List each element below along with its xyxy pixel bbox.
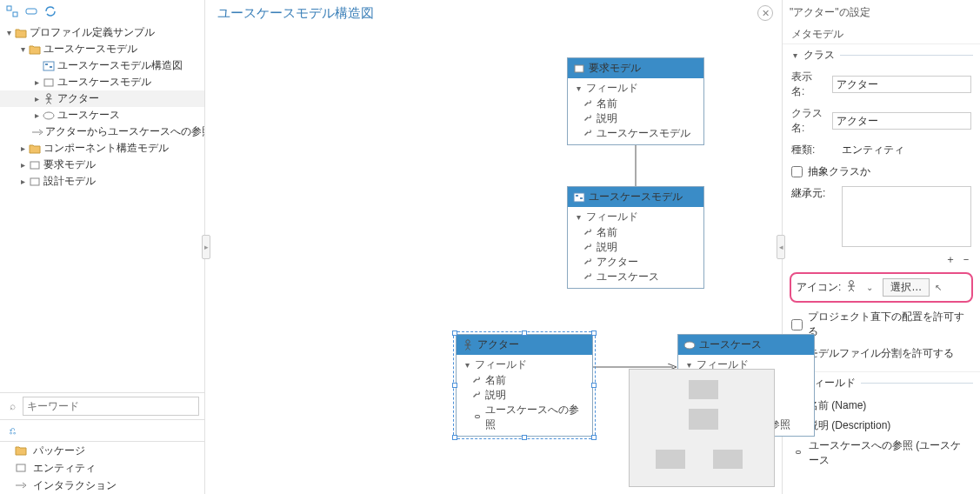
tree-item[interactable]: アクターからユースケースへの参照: [0, 124, 204, 140]
sidebar: ▾プロファイル定義サンプル▾ユースケースモデルユースケースモデル構造図▸ユースケ…: [0, 0, 205, 494]
actor-icon: [846, 280, 857, 295]
kind-value: エンティティ: [842, 143, 904, 157]
abstract-checkbox[interactable]: [791, 166, 803, 177]
inherit-label: 継承元:: [791, 186, 835, 247]
class-name-row: クラス名:: [783, 103, 980, 139]
allow-root-label: プロジェクト直下の配置を許可する: [808, 310, 971, 339]
tree-item[interactable]: ▸要求モデル: [0, 157, 204, 173]
diagram-canvas[interactable]: ユースケースモデル構造図 ✕ ▸ ◂ 要求モデル▾ フィールド名前説明ユースケー…: [205, 0, 782, 494]
svg-rect-22: [574, 193, 584, 202]
svg-line-29: [468, 347, 470, 350]
svg-point-30: [684, 342, 695, 349]
icon-select-button[interactable]: 選択…: [883, 278, 930, 297]
tree-item[interactable]: ▾プロファイル定義サンプル: [0, 24, 204, 41]
svg-rect-3: [43, 62, 54, 70]
entity-e3[interactable]: アクター▾ フィールド名前説明ユースケースへの参照: [456, 334, 593, 437]
svg-line-34: [849, 289, 851, 291]
svg-rect-6: [44, 79, 53, 86]
entity-e2[interactable]: ユースケースモデル▾ フィールド名前説明アクターユースケース: [567, 186, 704, 289]
svg-rect-14: [30, 162, 39, 169]
palette-item[interactable]: インタラクション: [0, 477, 204, 494]
svg-rect-23: [576, 195, 578, 197]
svg-point-12: [43, 112, 54, 119]
kind-label: 種類:: [791, 143, 835, 157]
icon-dropdown[interactable]: ⌄: [862, 283, 877, 292]
selection-handle[interactable]: [452, 383, 457, 388]
abstract-row[interactable]: 抽象クラスか: [783, 161, 980, 183]
remove-inherit-button[interactable]: －: [961, 252, 971, 267]
svg-line-10: [47, 101, 50, 103]
right-sash[interactable]: ◂: [777, 235, 785, 259]
svg-point-25: [466, 339, 470, 343]
property-field[interactable]: ユースケースへの参照 (ユースケース: [786, 436, 977, 471]
metamodel-label: メタモデル: [783, 25, 980, 43]
tree-item[interactable]: ▸コンポーネント構造モデル: [0, 140, 204, 157]
tree-item[interactable]: ▾ユースケースモデル: [0, 41, 204, 57]
model-tree[interactable]: ▾プロファイル定義サンプル▾ユースケースモデルユースケースモデル構造図▸ユースケ…: [0, 23, 204, 392]
svg-rect-15: [30, 178, 39, 185]
display-name-label: 表示名:: [791, 70, 825, 99]
filter-row: ⌕: [0, 392, 204, 419]
link-icon[interactable]: [24, 4, 38, 18]
left-sash[interactable]: ▸: [202, 235, 210, 259]
class-name-input[interactable]: [832, 112, 971, 130]
selection-handle[interactable]: [591, 330, 597, 336]
add-inherit-button[interactable]: ＋: [945, 252, 956, 267]
svg-point-31: [850, 281, 854, 285]
svg-line-35: [851, 289, 854, 291]
selection-handle[interactable]: [591, 383, 597, 388]
sync-icon[interactable]: [43, 4, 57, 18]
display-name-input[interactable]: [832, 76, 971, 93]
structure-icon[interactable]: ⎌: [5, 424, 19, 437]
svg-rect-16: [17, 464, 25, 471]
svg-rect-0: [7, 6, 11, 10]
svg-point-7: [47, 93, 50, 97]
icon-label: アイコン:: [797, 280, 841, 295]
allow-root-checkbox[interactable]: [791, 319, 803, 330]
properties-title: "アクター"の設定: [783, 0, 980, 25]
keyword-icon: ⌕: [5, 399, 19, 413]
class-section-header[interactable]: ▾ クラス: [783, 43, 980, 66]
inherit-textarea[interactable]: [842, 186, 971, 247]
palette-item[interactable]: パッケージ: [0, 442, 204, 459]
svg-rect-2: [26, 9, 37, 14]
selection-handle[interactable]: [522, 330, 527, 336]
palette-item[interactable]: エンティティ: [0, 459, 204, 477]
entity-e1[interactable]: 要求モデル▾ フィールド名前説明ユースケースモデル: [567, 57, 704, 145]
tree-item[interactable]: ユースケースモデル構造図: [0, 57, 204, 74]
structure-icon-row: ⎌: [0, 419, 204, 441]
inherit-row: 継承元:: [783, 183, 980, 250]
class-name-label: クラス名:: [791, 106, 825, 136]
kind-row: 種類: エンティティ: [783, 139, 980, 161]
selection-handle[interactable]: [522, 435, 527, 440]
tree-item[interactable]: ▸ユースケース: [0, 107, 204, 124]
collapse-icon[interactable]: [5, 4, 19, 18]
close-button[interactable]: ✕: [757, 5, 773, 21]
palette-list: パッケージエンティティインタラクション: [0, 441, 204, 494]
tree-item[interactable]: ▸設計モデル: [0, 173, 204, 190]
tree-item[interactable]: ▸ユースケースモデル: [0, 74, 204, 90]
svg-rect-1: [13, 12, 17, 17]
selection-handle[interactable]: [452, 435, 457, 440]
display-name-row: 表示名:: [783, 66, 980, 103]
diagram-title: ユースケースモデル構造図: [217, 5, 374, 22]
abstract-label: 抽象クラスか: [808, 164, 870, 179]
svg-rect-5: [50, 66, 52, 68]
svg-rect-24: [580, 197, 583, 199]
icon-row-highlight: アイコン: ⌄ 選択… ↖: [790, 272, 973, 303]
svg-rect-21: [575, 65, 583, 72]
svg-rect-4: [45, 63, 48, 65]
svg-line-28: [466, 347, 469, 350]
sidebar-toolbar: [0, 0, 204, 23]
allow-split-label: モデルファイル分割を許可する: [808, 346, 954, 361]
inherit-buttons: ＋ －: [783, 250, 980, 269]
tree-item[interactable]: ▸アクター: [0, 90, 204, 107]
selection-handle[interactable]: [591, 435, 597, 440]
selection-handle[interactable]: [452, 330, 457, 336]
cursor-icon: ↖: [935, 283, 942, 292]
svg-line-11: [49, 101, 51, 103]
filter-input[interactable]: [23, 397, 199, 416]
overview-panel[interactable]: [629, 369, 775, 487]
